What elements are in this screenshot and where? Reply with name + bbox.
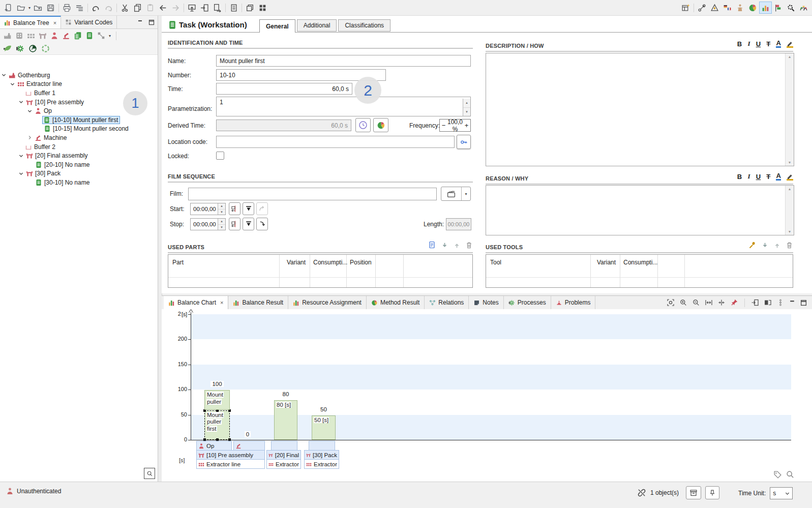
stop-goto-marker-button[interactable] — [243, 218, 254, 230]
zoom-in-icon[interactable] — [679, 298, 687, 307]
film-dropdown-icon[interactable]: ▾ — [462, 192, 470, 196]
minimize-panel-icon[interactable] — [789, 300, 796, 306]
add-part-icon[interactable] — [428, 241, 436, 249]
redo-icon[interactable] — [102, 2, 115, 14]
time-input[interactable]: 60,0 s — [216, 83, 352, 95]
dock-panel-icon[interactable] — [751, 298, 759, 307]
time-distribution-button[interactable] — [373, 118, 388, 132]
tab-classifications[interactable]: Classifications — [338, 19, 390, 32]
more-options-icon[interactable] — [776, 298, 785, 307]
fit-width-icon[interactable] — [705, 298, 713, 307]
tab-variant-codes[interactable]: Variant Codes — [61, 16, 117, 28]
tag-filter-icon[interactable] — [773, 470, 782, 479]
used-parts-table[interactable]: Part Variant Consumpti... Position — [168, 254, 473, 288]
description-textarea[interactable]: ▲▼ — [486, 53, 794, 166]
tab-relations[interactable]: Relations — [425, 296, 469, 309]
stop-from-film-button[interactable] — [229, 218, 240, 230]
ergonomics-icon[interactable] — [734, 2, 746, 14]
strikethrough-icon[interactable]: T — [766, 40, 770, 48]
tree-item-20-10-no-name[interactable]: [20-10] No name — [0, 160, 158, 169]
move-part-up-icon[interactable] — [453, 242, 461, 249]
font-color-icon[interactable]: A — [776, 40, 781, 48]
create-line-icon[interactable] — [27, 32, 35, 40]
tab-problems[interactable]: Problems — [551, 296, 596, 309]
tree-item-10-10-mount-puller-first[interactable]: [10-10] Mount puller first — [0, 115, 158, 125]
bar-segment-mount-puller-first[interactable]: Mount puller first — [204, 410, 230, 440]
axis-cell-line-1[interactable]: Extractor line — [196, 459, 265, 469]
maximize-panel-icon[interactable] — [800, 300, 807, 306]
axis-cell-station-10[interactable]: [10] Pre assembly — [196, 450, 265, 460]
axis-cell-line-2[interactable]: Extractor — [266, 459, 301, 469]
delete-part-icon[interactable] — [465, 242, 473, 249]
cut-icon[interactable] — [118, 2, 131, 14]
column-header-consumption[interactable]: Consumpti... — [623, 259, 657, 266]
tab-processes[interactable]: Processes — [504, 296, 551, 309]
axis-cell-empty[interactable] — [271, 441, 297, 451]
add-tool-icon[interactable] — [748, 241, 757, 249]
column-header-part[interactable]: Part — [172, 259, 184, 266]
parametrization-input[interactable]: 1 ▲▼ — [216, 97, 471, 116]
bar-segment-20-final[interactable]: 80 [s] — [274, 400, 297, 440]
signal-flags-icon[interactable] — [772, 2, 785, 14]
used-tools-table[interactable]: Tool Variant Consumpti... — [486, 254, 793, 288]
minimize-panel-icon[interactable] — [135, 16, 145, 28]
bar-segment-mount-puller-second[interactable]: Mount puller — [204, 390, 230, 410]
create-factory-icon[interactable] — [4, 32, 12, 40]
tree-search-button[interactable] — [144, 468, 155, 479]
languages-icon[interactable] — [721, 2, 734, 14]
process-settings-icon[interactable] — [16, 44, 24, 53]
start-spinner[interactable]: ▲▼ — [218, 203, 225, 215]
italic-icon[interactable]: I — [747, 172, 750, 181]
start-time-input[interactable]: 00:00,00 ▲▼ — [190, 203, 226, 215]
film-picker-button[interactable]: ▾ — [441, 187, 471, 201]
gauge-icon[interactable] — [797, 2, 810, 14]
bold-icon[interactable]: B — [737, 40, 742, 48]
print-icon[interactable] — [61, 2, 73, 14]
frequency-stepper[interactable]: − 100,0 % + — [439, 119, 471, 132]
create-building-icon[interactable] — [15, 32, 23, 40]
film-input[interactable] — [188, 188, 437, 200]
process-analysis-icon[interactable] — [785, 2, 797, 14]
maximize-panel-icon[interactable] — [145, 16, 158, 28]
reason-scrollbar[interactable]: ▲▼ — [785, 186, 794, 235]
create-operator-icon[interactable] — [50, 32, 58, 40]
tab-general[interactable]: General — [259, 19, 295, 33]
pin-icon[interactable] — [730, 298, 738, 307]
tree-item-buffer-2[interactable]: Buffer 2 — [0, 142, 158, 152]
time-measure-button[interactable] — [355, 118, 371, 132]
link-tasks-icon[interactable] — [97, 32, 105, 40]
pin-panel-button[interactable] — [705, 486, 719, 499]
tab-notes[interactable]: Notes — [469, 296, 503, 309]
close-tab-icon[interactable]: × — [220, 300, 223, 306]
link-dropdown-icon[interactable]: ▾ — [109, 34, 111, 38]
move-part-down-icon[interactable] — [441, 242, 448, 249]
move-tool-down-icon[interactable] — [761, 242, 769, 249]
tree-item-extractor-line[interactable]: Extractor line — [0, 80, 158, 89]
tab-additional[interactable]: Additional — [297, 19, 337, 32]
locked-checkbox[interactable] — [216, 152, 224, 160]
navigate-back-icon[interactable] — [157, 2, 169, 14]
navigate-forward-icon[interactable] — [169, 2, 182, 14]
zoom-out-icon[interactable] — [692, 298, 700, 307]
column-header-variant[interactable]: Variant — [597, 259, 616, 266]
frequency-plus-button[interactable]: + — [463, 122, 470, 129]
time-unit-select[interactable]: s — [770, 487, 793, 499]
column-header-consumption[interactable]: Consumpti... — [313, 259, 347, 266]
tab-balance-result[interactable]: Balance Result — [228, 296, 288, 309]
bold-icon[interactable]: B — [737, 173, 742, 181]
stop-time-input[interactable]: 00:00,00 ▲▼ — [190, 218, 226, 230]
create-workstation-icon[interactable] — [39, 32, 47, 40]
report-icon[interactable] — [227, 2, 240, 14]
new-document-icon[interactable] — [2, 2, 15, 14]
font-color-icon[interactable]: A — [776, 172, 781, 181]
publish-icon[interactable] — [186, 2, 198, 14]
tree-item-gothenburg[interactable]: Gothenburg — [0, 71, 158, 80]
film-link-icon[interactable] — [3, 44, 12, 53]
paste-icon[interactable] — [144, 2, 157, 14]
start-apply-button[interactable] — [256, 202, 268, 215]
column-header-variant[interactable]: Variant — [287, 259, 306, 266]
open-model-icon[interactable] — [15, 2, 27, 14]
axis-cell-line-3[interactable]: Extractor — [304, 459, 339, 469]
tab-balance-chart[interactable]: Balance Chart × — [164, 296, 228, 309]
underline-icon[interactable]: U — [756, 173, 761, 181]
